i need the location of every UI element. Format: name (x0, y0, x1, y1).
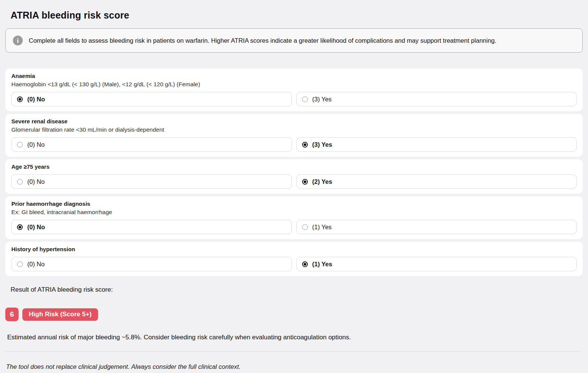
result-badge-row: 6 High Risk (Score 5+) (5, 308, 588, 321)
option-button[interactable]: (0) No (11, 92, 292, 106)
atria-calculator-page: ATRIA bleeding risk score i Complete all… (0, 0, 588, 373)
question-options: (0) No (3) Yes (11, 92, 577, 106)
questions-list: Anaemia Haemoglobin <13 g/dL (< 130 g/L)… (5, 68, 583, 276)
option-label: (2) Yes (312, 178, 332, 185)
radio-icon (302, 179, 308, 185)
option-button[interactable]: (0) No (11, 137, 292, 152)
radio-icon (17, 179, 23, 185)
question-card: History of hypertension (0) No (1) Yes (5, 242, 583, 276)
option-label: (0) No (27, 224, 45, 231)
option-label: (3) Yes (312, 141, 332, 148)
option-button[interactable]: (1) Yes (296, 220, 577, 234)
question-card: Prior haemorrhage diagnosis Ex: GI bleed… (5, 196, 583, 239)
question-label: Severe renal disease (11, 118, 577, 125)
question-label: Anaemia (11, 73, 577, 79)
score-badge: 6 (5, 308, 19, 321)
radio-icon (302, 96, 308, 102)
result-label: Result of ATRIA bleeding risk score: (11, 286, 588, 294)
disclaimer-text: The tool does not replace clinical judge… (6, 363, 588, 370)
question-label: Prior haemorrhage diagnosis (11, 200, 577, 207)
option-label: (0) No (27, 178, 45, 185)
option-button[interactable]: (3) Yes (296, 92, 577, 106)
risk-note: Estimated annual risk of major bleeding … (7, 334, 588, 341)
radio-icon (17, 261, 23, 267)
option-button[interactable]: (2) Yes (296, 174, 577, 189)
radio-icon (302, 224, 308, 230)
divider (5, 351, 581, 352)
option-button[interactable]: (1) Yes (296, 257, 577, 271)
page-title: ATRIA bleeding risk score (0, 0, 588, 21)
option-label: (1) Yes (312, 224, 332, 231)
question-options: (0) No (2) Yes (11, 174, 577, 189)
question-subtitle: Glomerular filtration rate <30 mL/min or… (11, 126, 577, 133)
question-card: Severe renal disease Glomerular filtrati… (5, 114, 583, 157)
question-card: Anaemia Haemoglobin <13 g/dL (< 130 g/L)… (5, 68, 583, 111)
option-label: (0) No (27, 96, 45, 103)
option-label: (1) Yes (312, 261, 332, 268)
radio-icon (17, 224, 23, 230)
info-banner-text: Complete all fields to assess bleeding r… (29, 37, 496, 44)
radio-icon (302, 142, 308, 148)
option-label: (3) Yes (312, 96, 332, 103)
question-card: Age ≥75 years (0) No (2) Yes (5, 159, 583, 194)
question-label: History of hypertension (11, 246, 577, 253)
radio-icon (17, 96, 23, 102)
question-label: Age ≥75 years (11, 163, 577, 170)
info-banner: i Complete all fields to assess bleeding… (5, 28, 583, 53)
question-options: (0) No (1) Yes (11, 257, 577, 271)
option-button[interactable]: (0) No (11, 220, 292, 234)
radio-icon (17, 142, 23, 148)
option-label: (0) No (27, 261, 45, 268)
option-button[interactable]: (3) Yes (296, 137, 577, 152)
risk-level-badge: High Risk (Score 5+) (22, 308, 98, 321)
question-options: (0) No (1) Yes (11, 220, 577, 234)
question-subtitle: Ex: GI bleed, intracranial haemorrhage (11, 208, 577, 216)
radio-icon (302, 261, 308, 267)
info-icon: i (13, 36, 23, 45)
option-button[interactable]: (0) No (11, 257, 292, 271)
question-options: (0) No (3) Yes (11, 137, 577, 152)
option-button[interactable]: (0) No (11, 174, 292, 189)
option-label: (0) No (27, 141, 45, 148)
question-subtitle: Haemoglobin <13 g/dL (< 130 g/L) (Male),… (11, 81, 577, 88)
